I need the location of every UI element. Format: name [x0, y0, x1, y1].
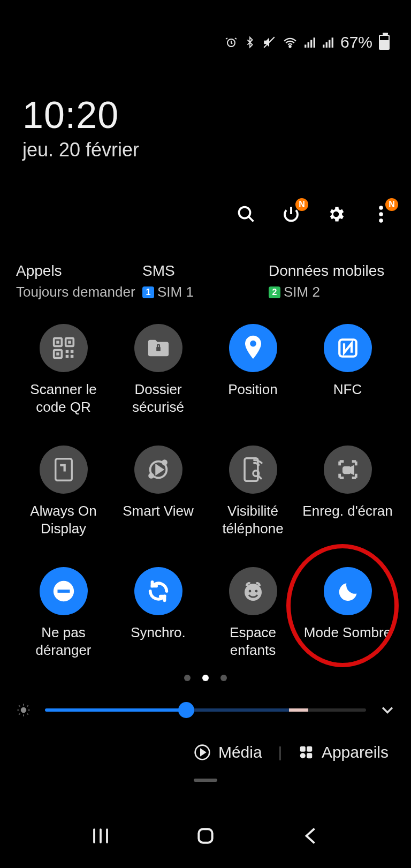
svg-point-13 [379, 218, 383, 223]
svg-rect-20 [65, 350, 68, 353]
svg-rect-17 [56, 341, 59, 344]
svg-point-10 [239, 207, 250, 218]
svg-rect-19 [56, 352, 59, 356]
svg-point-1 [289, 46, 291, 47]
battery-icon [379, 35, 390, 50]
clock-time: 10:20 [22, 94, 139, 137]
svg-rect-51 [307, 746, 312, 752]
page-dot-2 [220, 675, 227, 681]
sim-sms-label: SIM 1 [157, 284, 194, 300]
svg-line-45 [27, 713, 28, 714]
svg-point-30 [149, 474, 153, 478]
media-label: Média [218, 743, 262, 761]
sim-data-title: Données mobiles [269, 262, 395, 280]
tile-label: NFC [333, 381, 362, 415]
svg-rect-57 [199, 829, 212, 842]
svg-point-12 [379, 212, 383, 216]
brightness-slider[interactable] [45, 708, 366, 712]
svg-rect-50 [300, 746, 306, 752]
svg-point-39 [21, 707, 26, 712]
brightness-expand[interactable] [380, 705, 395, 715]
tile-location[interactable]: Position [206, 324, 300, 416]
tile-label: Ne pas déranger [16, 624, 111, 659]
svg-rect-21 [70, 350, 73, 353]
bluetooth-icon [244, 35, 256, 49]
svg-line-47 [27, 705, 28, 706]
sim-sms-title: SMS [142, 262, 269, 280]
nav-back-button[interactable] [294, 820, 326, 852]
svg-rect-7 [326, 42, 328, 48]
tile-nfc[interactable]: NFC [300, 324, 395, 416]
brightness-thumb[interactable] [178, 702, 194, 718]
devices-label: Appareils [322, 743, 389, 761]
sim-calls-sub: Toujours demander [16, 284, 142, 300]
brightness-row [16, 703, 395, 718]
svg-rect-53 [307, 753, 312, 758]
battery-percent: 67% [340, 33, 372, 51]
tile-sync[interactable]: Synchro. [111, 567, 206, 659]
signal-2-icon [322, 36, 334, 48]
sim-data[interactable]: Données mobiles 2 SIM 2 [269, 262, 395, 300]
sim-2-chip: 2 [269, 286, 280, 298]
sim-info-row: Appels Toujours demander SMS 1 SIM 1 Don… [16, 262, 395, 300]
svg-point-36 [245, 584, 262, 601]
phone-visibility-icon [229, 446, 277, 494]
svg-marker-49 [201, 750, 205, 756]
tile-dnd[interactable]: Ne pas déranger [16, 567, 111, 659]
tile-label: Scanner le code QR [16, 381, 111, 416]
sim-calls[interactable]: Appels Toujours demander [16, 262, 142, 300]
power-button[interactable]: N [279, 202, 303, 226]
svg-rect-35 [57, 590, 70, 593]
svg-rect-18 [68, 341, 71, 344]
svg-rect-5 [314, 37, 315, 48]
page-dot-0 [184, 675, 191, 681]
location-icon [229, 324, 277, 372]
clock-block: 10:20 jeu. 20 février [22, 94, 139, 161]
folder-lock-icon [134, 324, 182, 372]
tile-secure-folder[interactable]: Dossier sécurisé [111, 324, 206, 416]
tile-dark-mode[interactable]: Mode Sombre [300, 567, 395, 659]
svg-point-11 [379, 206, 383, 210]
quick-settings-grid: Scanner le code QR Dossier sécurisé Posi… [16, 324, 395, 659]
page-indicator[interactable] [0, 675, 411, 681]
moon-icon [324, 567, 372, 615]
nav-home-button[interactable] [189, 820, 222, 852]
tile-label: Position [228, 381, 278, 415]
tile-qr[interactable]: Scanner le code QR [16, 324, 111, 416]
smartview-icon [134, 446, 182, 494]
nav-bar [0, 820, 411, 852]
svg-point-29 [163, 461, 166, 464]
tile-screen-record[interactable]: Enreg. d'écran [300, 446, 395, 537]
tile-phone-visibility[interactable]: Visibilité téléphone [206, 446, 300, 537]
nav-recents-button[interactable] [85, 820, 117, 852]
sim-data-label: SIM 2 [284, 284, 320, 300]
svg-rect-24 [156, 347, 161, 351]
svg-rect-23 [70, 355, 73, 358]
devices-button[interactable]: Appareils [298, 743, 389, 761]
sim-sms[interactable]: SMS 1 SIM 1 [142, 262, 269, 300]
settings-button[interactable] [324, 202, 348, 226]
media-button[interactable]: Média [194, 743, 262, 761]
brightness-icon [16, 703, 31, 718]
tile-smartview[interactable]: Smart View [111, 446, 206, 537]
svg-point-52 [300, 753, 306, 758]
more-button[interactable]: N [369, 202, 393, 226]
wifi-icon [283, 36, 298, 48]
tile-label: Mode Sombre [304, 624, 391, 658]
separator: | [278, 744, 282, 761]
svg-rect-33 [344, 467, 350, 473]
svg-line-44 [19, 705, 20, 706]
svg-rect-9 [332, 37, 333, 48]
nfc-icon [324, 324, 372, 372]
sim-1-chip: 1 [142, 286, 154, 298]
panel-drag-handle[interactable] [194, 779, 217, 782]
dnd-icon [40, 567, 88, 615]
svg-point-32 [253, 471, 259, 477]
svg-point-38 [255, 590, 257, 593]
tile-kids[interactable]: Espace enfants [206, 567, 300, 659]
tile-aod[interactable]: Always On Display [16, 446, 111, 537]
screen-record-icon [324, 446, 372, 494]
search-button[interactable] [234, 202, 258, 226]
sim-data-sub: 2 SIM 2 [269, 284, 395, 300]
svg-marker-28 [156, 465, 163, 473]
